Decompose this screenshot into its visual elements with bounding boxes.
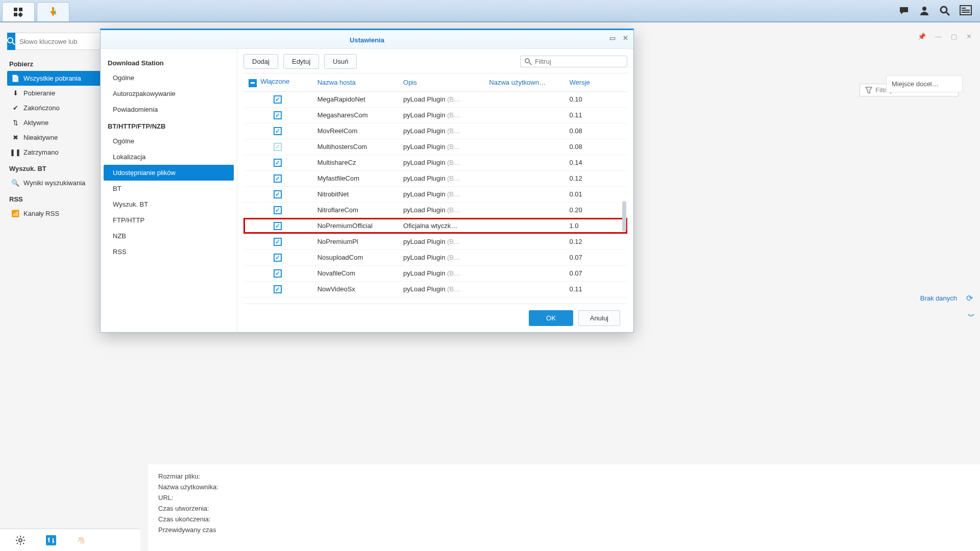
panel-icon[interactable]: [960, 5, 972, 16]
nav-item-all-downloads[interactable]: 📄Wszystkie pobrania: [7, 71, 109, 86]
col-hostname[interactable]: Nazwa hosta: [312, 73, 398, 91]
cell-hostname: MovReelCom: [312, 123, 398, 139]
table-row[interactable]: ✓MultishareCzpyLoad Plugin (B…0.14: [243, 155, 627, 170]
row-checkbox[interactable]: ✓: [274, 206, 282, 214]
transfer-icon[interactable]: [46, 535, 56, 545]
cell-username: [484, 170, 564, 186]
nav-item-active[interactable]: ⇅Aktywne: [7, 115, 109, 130]
nav-item-inactive[interactable]: ✖Nieaktywne: [7, 130, 109, 145]
row-checkbox[interactable]: ✓: [274, 159, 282, 167]
row-checkbox[interactable]: ✓: [274, 285, 282, 293]
row-checkbox[interactable]: ✓: [274, 269, 282, 278]
cell-hostname: NosuploadCom: [312, 249, 398, 265]
sidebar-item-general2[interactable]: Ogólne: [104, 133, 234, 149]
modal-filter-input[interactable]: [535, 58, 623, 65]
nav-header-rss: RSS: [7, 190, 109, 206]
svg-rect-1: [19, 8, 22, 11]
row-checkbox[interactable]: ✓: [274, 143, 282, 151]
row-checkbox[interactable]: ✓: [274, 174, 282, 183]
cell-username: [484, 234, 564, 249]
expand-details-toggle[interactable]: ︾: [968, 312, 973, 321]
taskbar-tab-apps[interactable]: [2, 2, 35, 21]
cell-username: [484, 218, 564, 234]
nav-item-finished[interactable]: ✔Zakończono: [7, 101, 109, 115]
sidebar-item-rss[interactable]: RSS: [104, 244, 234, 260]
row-checkbox[interactable]: ✓: [274, 222, 282, 230]
select-all-checkbox[interactable]: [249, 79, 257, 87]
table-row[interactable]: ✓NoPremiumOfficialOficjalna wtyczk…1.0: [243, 218, 627, 234]
scrollbar-thumb[interactable]: [622, 201, 626, 232]
modal-close-icon[interactable]: ✕: [623, 34, 628, 42]
left-navigation: Pobierz 📄Wszystkie pobrania ⬇Pobieranie …: [7, 55, 109, 221]
user-icon[interactable]: [919, 5, 930, 16]
row-checkbox[interactable]: ✓: [274, 127, 282, 135]
cell-version: 0.01: [564, 186, 627, 202]
add-button[interactable]: Dodaj: [243, 54, 278, 69]
table-row[interactable]: ✓NitrobitNetpyLoad Plugin (B…0.01: [243, 186, 627, 202]
search-button[interactable]: [7, 33, 15, 50]
search-icon[interactable]: [939, 5, 950, 16]
table-row[interactable]: ✓NowVideoSxpyLoad Plugin (B…0.11: [243, 281, 627, 297]
col-username[interactable]: Nazwa użytkown…: [484, 73, 564, 91]
table-row[interactable]: ✓NovafileCompyLoad Plugin (B…0.07: [243, 265, 627, 281]
table-row[interactable]: ✓NosuploadCompyLoad Plugin (B…0.07: [243, 249, 627, 265]
ok-button[interactable]: OK: [529, 310, 573, 326]
detail-created: Czas utworzenia:: [158, 505, 970, 512]
chat-icon[interactable]: [898, 5, 910, 16]
col-description[interactable]: Opis: [398, 73, 484, 91]
row-checkbox[interactable]: ✓: [274, 238, 282, 246]
table-row[interactable]: ✓MegaRapidoNetpyLoad Plugin (B…0.10: [243, 91, 627, 107]
settings-modal: Ustawienia ▭ ✕ Download Station Ogólne A…: [100, 29, 634, 333]
sidebar-item-filehosting[interactable]: Udostępnianie plików: [104, 165, 234, 181]
cell-description: pyLoad Plugin (B…: [398, 170, 484, 186]
cancel-button[interactable]: Anuluj: [578, 310, 620, 326]
keyword-search-input[interactable]: [15, 33, 110, 50]
svg-line-12: [12, 42, 15, 45]
sidebar-item-btsearch[interactable]: Wyszuk. BT: [104, 196, 234, 212]
row-checkbox[interactable]: ✓: [274, 190, 282, 198]
col-enabled[interactable]: Włączone: [243, 73, 312, 91]
row-checkbox[interactable]: ✓: [274, 95, 282, 104]
sidebar-item-location[interactable]: Lokalizacja: [104, 149, 234, 165]
modal-titlebar: Ustawienia ▭ ✕: [101, 30, 633, 49]
inactive-icon: ✖: [11, 134, 19, 141]
sidebar-item-notify[interactable]: Powiadomienia: [104, 102, 234, 117]
rss-icon: 📶: [11, 210, 19, 217]
row-checkbox[interactable]: ✓: [274, 254, 282, 262]
cell-username: [484, 249, 564, 265]
edit-button[interactable]: Edytuj: [283, 54, 319, 69]
svg-point-13: [19, 539, 22, 542]
svg-rect-9: [962, 10, 970, 11]
column-destination[interactable]: Miejsce docel…: [886, 76, 963, 92]
cell-description: pyLoad Plugin (B…: [398, 249, 484, 265]
cell-description: pyLoad Plugin (B…: [398, 202, 484, 218]
refresh-icon[interactable]: ⟳: [966, 293, 973, 303]
table-row[interactable]: ✓MovReelCompyLoad Plugin (B…0.08: [243, 123, 627, 139]
table-row[interactable]: ✓NoPremiumPlpyLoad Plugin (B…0.12: [243, 234, 627, 249]
apps-grid-icon: [13, 7, 24, 18]
cell-version: 0.07: [564, 265, 627, 281]
nav-item-rss-channels[interactable]: 📶Kanały RSS: [7, 206, 109, 221]
row-checkbox[interactable]: ✓: [274, 111, 282, 119]
delete-button[interactable]: Usuń: [324, 54, 357, 69]
sidebar-item-general[interactable]: Ogólne: [104, 70, 234, 86]
col-version[interactable]: Wersje: [564, 73, 627, 91]
settings-gear-icon[interactable]: [15, 535, 26, 545]
table-row[interactable]: ✓MegasharesCompyLoad Plugin (B…0.11: [243, 107, 627, 123]
sidebar-item-nzb[interactable]: NZB: [104, 228, 234, 244]
sidebar-item-ftphttp[interactable]: FTP/HTTP: [104, 212, 234, 228]
modal-filter-box[interactable]: [520, 56, 627, 67]
cell-hostname: MultishareCz: [312, 155, 398, 170]
table-row[interactable]: ✓MyfastfileCompyLoad Plugin (B…0.12: [243, 170, 627, 186]
table-row[interactable]: ✓NitroflareCompyLoad Plugin (B…0.20: [243, 202, 627, 218]
nav-item-downloading[interactable]: ⬇Pobieranie: [7, 86, 109, 101]
table-row[interactable]: ✓MultihostersCompyLoad Plugin (B…0.08: [243, 139, 627, 155]
nav-item-stopped[interactable]: ❚❚Zatrzymano: [7, 145, 109, 160]
emule-icon[interactable]: 🐴: [77, 536, 85, 544]
sidebar-item-autoextract[interactable]: Autorozpakowywanie: [104, 86, 234, 102]
nav-item-search-results[interactable]: 🔍Wyniki wyszukiwania: [7, 176, 109, 190]
sidebar-item-bt[interactable]: BT: [104, 181, 234, 196]
taskbar-tab-downloadstation[interactable]: [37, 2, 69, 21]
modal-maximize-icon[interactable]: ▭: [609, 34, 616, 42]
cell-hostname: MegaRapidoNet: [312, 91, 398, 107]
